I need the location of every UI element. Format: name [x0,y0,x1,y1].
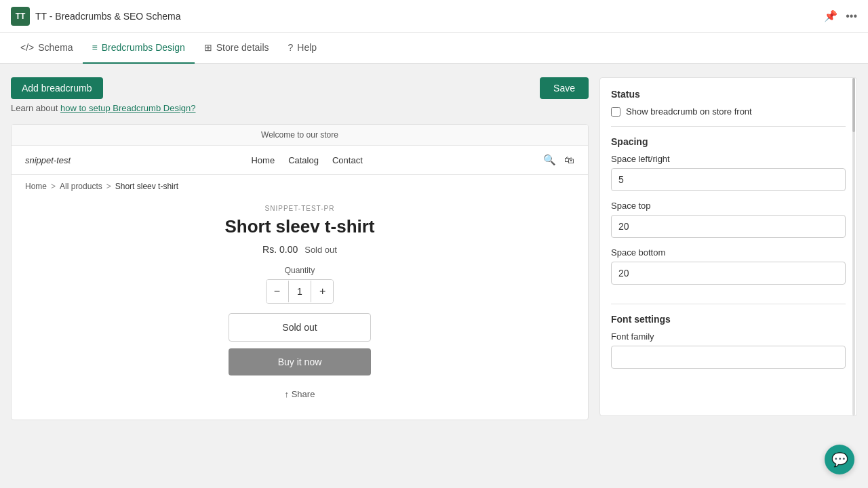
top-bar-right: 📌 ••• [824,9,857,22]
breadcrumbs-icon: ≡ [92,42,98,53]
tab-breadcrumbs-label: Bredcrumbs Design [102,42,185,53]
top-bar: TT TT - Breadcrumbs & SEO Schema 📌 ••• [0,0,868,33]
space-lr-input[interactable] [611,168,846,191]
nav-link-home[interactable]: Home [251,155,275,165]
breadcrumb-sep-1: > [51,182,56,191]
top-bar-left: TT TT - Breadcrumbs & SEO Schema [11,7,180,26]
product-area: SNIPPET-TEST-PR Short sleev t-shirt Rs. … [12,198,588,420]
show-breadcrumb-checkbox[interactable] [611,107,620,117]
show-breadcrumb-label[interactable]: Show breadcrumb on store front [626,106,752,117]
tab-breadcrumbs-design[interactable]: ≡ Bredcrumbs Design [83,33,195,64]
divider-1 [611,126,846,127]
font-family-input[interactable] [611,346,846,369]
store-nav: snippet-test Home Catalog Contact 🔍 🛍 [12,146,588,175]
divider-2 [611,304,846,304]
breadcrumb-current: Short sleev t-shirt [115,182,178,191]
tab-store-label: Store details [216,42,269,53]
font-family-label: Font family [611,331,846,342]
store-logo: snippet-test [25,155,71,165]
action-bar: Add breadcrumb Learn about how to setup … [11,77,589,113]
buy-now-button[interactable]: Buy it now [229,348,371,375]
space-lr-label: Space left/right [611,154,846,164]
save-button[interactable]: Save [540,77,589,99]
app-logo: TT [11,7,30,26]
quantity-label: Quantity [39,266,561,275]
content-area: Add breadcrumb Learn about how to setup … [0,64,868,488]
store-nav-links: Home Catalog Contact [251,155,362,165]
learn-link[interactable]: how to setup Breadcrumb Design? [60,103,195,113]
schema-icon: </> [20,42,34,53]
search-icon[interactable]: 🔍 [543,154,556,166]
nav-tabs: </> Schema ≡ Bredcrumbs Design ⊞ Store d… [0,33,868,64]
nav-link-catalog[interactable]: Catalog [288,155,319,165]
quantity-value: 1 [288,281,311,302]
store-preview: Welcome to our store snippet-test Home C… [11,124,589,420]
space-top-input[interactable] [611,215,846,238]
scrollbar-track [852,78,855,415]
nav-link-contact[interactable]: Contact [332,155,363,165]
share-label: Share [292,389,315,399]
pin-icon[interactable]: 📌 [824,9,837,22]
tab-schema[interactable]: </> Schema [11,33,83,64]
add-breadcrumb-button[interactable]: Add breadcrumb [11,77,103,99]
space-bottom-input[interactable] [611,262,846,285]
store-icon: ⊞ [204,42,212,53]
scrollbar[interactable] [851,78,856,415]
sold-out-button[interactable]: Sold out [229,313,371,342]
chat-button[interactable]: 💬 [825,445,854,474]
store-nav-icons: 🔍 🛍 [543,154,574,166]
app-title: TT - Breadcrumbs & SEO Schema [35,11,180,22]
product-price: Rs. 0.00 [262,244,298,255]
scrollbar-thumb [852,78,855,132]
sold-out-badge: Sold out [304,245,337,255]
tab-help-label: Help [297,42,317,53]
product-brand: SNIPPET-TEST-PR [39,205,561,212]
breadcrumb-sep-2: > [106,182,111,191]
chat-icon: 💬 [831,451,848,468]
tab-schema-label: Schema [38,42,73,53]
help-icon: ? [288,42,294,53]
breadcrumb-row: Home > All products > Short sleev t-shir… [12,175,588,198]
product-title: Short sleev t-shirt [39,216,561,237]
space-bottom-label: Space bottom [611,247,846,258]
store-welcome-bar: Welcome to our store [12,125,588,146]
spacing-section-label: Spacing [611,136,846,147]
share-icon: ↑ [285,389,290,399]
quantity-minus-button[interactable]: − [266,280,288,303]
breadcrumb-home[interactable]: Home [25,182,47,191]
tab-store-details[interactable]: ⊞ Store details [195,33,279,64]
font-settings-label: Font settings [611,314,846,325]
space-top-label: Space top [611,201,846,211]
left-panel: Add breadcrumb Learn about how to setup … [11,77,589,474]
settings-panel: Status Show breadcrumb on store front Sp… [599,77,857,416]
tab-help[interactable]: ? Help [279,33,327,64]
show-breadcrumb-row: Show breadcrumb on store front [611,106,846,117]
status-section-label: Status [611,89,846,100]
product-price-row: Rs. 0.00 Sold out [39,244,561,255]
more-options-icon[interactable]: ••• [846,10,857,22]
breadcrumb-all-products[interactable]: All products [60,182,102,191]
action-bar-left: Add breadcrumb Learn about how to setup … [11,77,195,113]
quantity-control: − 1 + [266,279,334,304]
quantity-plus-button[interactable]: + [311,280,334,303]
share-row[interactable]: ↑ Share [39,389,561,399]
cart-icon[interactable]: 🛍 [564,154,574,166]
learn-text: Learn about how to setup Breadcrumb Desi… [11,103,195,113]
